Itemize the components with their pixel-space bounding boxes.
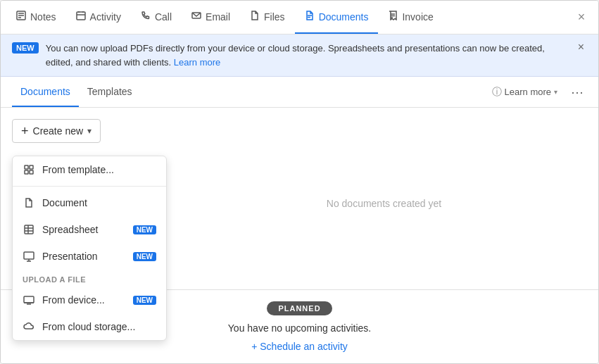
files-icon (250, 11, 260, 23)
svg-rect-4 (77, 12, 85, 20)
banner-learn-more-link[interactable]: Learn more (174, 57, 220, 68)
chevron-down-icon: ▾ (554, 88, 557, 96)
sub-tab-templates[interactable]: Templates (79, 77, 141, 107)
template-icon (23, 163, 35, 176)
dropdown-presentation-label: Presentation (42, 251, 98, 262)
banner-text: You can now upload PDFs directly from yo… (46, 42, 568, 69)
dropdown-document-label: Document (42, 197, 87, 208)
planned-badge: PLANNED (267, 301, 332, 315)
phone-icon (141, 11, 151, 23)
empty-state: No documents created yet (170, 178, 598, 222)
dropdown-item-spreadsheet[interactable]: Spreadsheet NEW (13, 216, 166, 243)
plus-icon: + (21, 125, 29, 137)
close-button[interactable]: × (570, 6, 593, 29)
dropdown-item-document[interactable]: Document (13, 189, 166, 216)
schedule-activity-link[interactable]: + Schedule an activity (251, 341, 348, 352)
dropdown-item-from-template[interactable]: From template... (13, 156, 166, 183)
tab-email[interactable]: Email (182, 1, 240, 34)
spreadsheet-icon (23, 223, 35, 236)
tab-call[interactable]: Call (131, 1, 182, 34)
more-options-button[interactable]: ⋯ (567, 82, 587, 102)
create-new-label: Create new (33, 125, 84, 137)
tab-invoice[interactable]: Invoice (378, 1, 443, 34)
planned-text: You have no upcoming activities. (228, 322, 371, 334)
tab-invoice-label: Invoice (402, 11, 433, 23)
app-window: Notes Activity Call Email Files (0, 0, 599, 364)
tab-notes[interactable]: Notes (6, 1, 66, 34)
info-banner: NEW You can now upload PDFs directly fro… (1, 34, 598, 77)
notes-icon (16, 11, 26, 23)
banner-new-badge: NEW (12, 42, 39, 54)
dropdown-item-presentation[interactable]: Presentation NEW (13, 243, 166, 270)
documents-icon (305, 11, 315, 23)
dropdown-separator-1 (13, 186, 166, 187)
info-circle-icon: ⓘ (492, 86, 502, 99)
sub-tab-templates-label: Templates (87, 86, 132, 97)
content-area: + Create new ▾ From template... Docu (1, 108, 598, 289)
upload-section-label: UPLOAD A FILE (13, 270, 166, 287)
main-content: + Create new ▾ From template... Docu (1, 108, 598, 363)
svg-rect-22 (24, 252, 34, 259)
tab-email-label: Email (206, 11, 230, 23)
sub-tab-bar: Documents Templates ⓘ Learn more ▾ ⋯ (1, 77, 598, 108)
svg-rect-16 (25, 170, 28, 174)
learn-more-button[interactable]: ⓘ Learn more ▾ (488, 83, 562, 101)
empty-state-text: No documents created yet (327, 198, 441, 209)
presentation-new-badge: NEW (133, 252, 156, 261)
tab-documents-label: Documents (319, 11, 369, 23)
presentation-icon (23, 250, 35, 263)
tab-bar: Notes Activity Call Email Files (1, 1, 598, 34)
document-icon (23, 196, 35, 209)
banner-close-button[interactable]: × (575, 42, 587, 53)
svg-rect-15 (30, 165, 33, 169)
tab-files-label: Files (264, 11, 285, 23)
banner-message: You can now upload PDFs directly from yo… (46, 43, 545, 68)
dropdown-spreadsheet-label: Spreadsheet (42, 224, 98, 235)
activity-icon (76, 11, 86, 23)
sub-tab-actions: ⓘ Learn more ▾ ⋯ (488, 82, 587, 102)
tab-notes-label: Notes (30, 11, 56, 23)
tab-call-label: Call (155, 11, 172, 23)
sub-tab-documents-label: Documents (20, 86, 70, 97)
dropdown-item-from-device[interactable]: From device... NEW (13, 287, 166, 289)
invoice-icon (388, 11, 398, 23)
svg-rect-17 (30, 170, 33, 174)
create-dropdown-menu: From template... Document Spreadsheet NE… (12, 156, 167, 289)
tab-documents[interactable]: Documents (295, 1, 379, 34)
dropdown-from-template-label: From template... (42, 164, 114, 175)
svg-rect-14 (25, 165, 28, 169)
sub-tabs: Documents Templates (12, 77, 141, 107)
sub-tab-documents[interactable]: Documents (12, 77, 79, 107)
email-icon (191, 11, 201, 23)
learn-more-label: Learn more (505, 87, 551, 97)
tab-activity[interactable]: Activity (66, 1, 131, 34)
create-new-button[interactable]: + Create new ▾ (12, 119, 101, 143)
tab-activity-label: Activity (90, 11, 121, 23)
spreadsheet-new-badge: NEW (133, 225, 156, 234)
svg-rect-18 (25, 225, 33, 234)
dropdown-arrow-icon: ▾ (87, 126, 92, 136)
tab-files[interactable]: Files (240, 1, 295, 34)
